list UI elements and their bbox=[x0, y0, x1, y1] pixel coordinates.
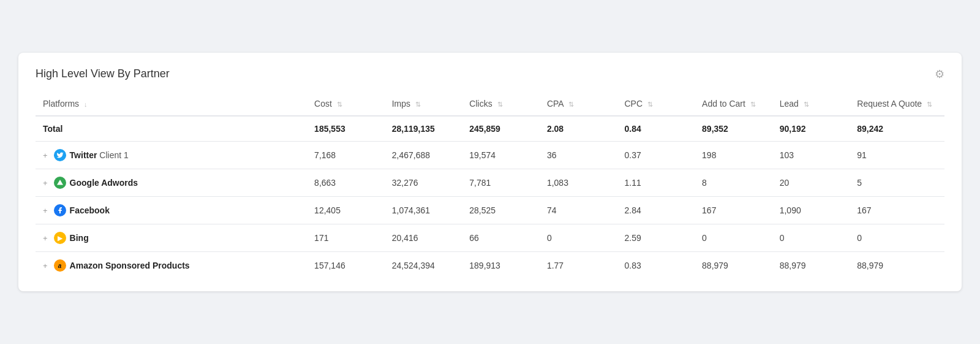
requestaquote-cell-0: 91 bbox=[850, 142, 944, 169]
addtocart-cell-1: 8 bbox=[695, 169, 772, 197]
requestaquote-cell-4: 88,979 bbox=[850, 252, 944, 280]
expand-button-1[interactable]: + bbox=[43, 178, 48, 188]
expand-button-2[interactable]: + bbox=[43, 206, 48, 215]
cpc-cell-1: 1.11 bbox=[617, 169, 695, 197]
total-requestaquote: 89,242 bbox=[850, 116, 944, 142]
total-cpc: 0.84 bbox=[617, 116, 695, 142]
table-row: +Twitter Client 17,1682,467,68819,574360… bbox=[36, 142, 944, 169]
cpa-cell-1: 1,083 bbox=[540, 169, 617, 197]
twitter-icon bbox=[54, 149, 66, 161]
platform-name-0: Twitter Client 1 bbox=[70, 150, 129, 160]
card-header: High Level View By Partner ⚙ bbox=[36, 67, 944, 81]
col-header-cpa[interactable]: CPA ⇅ bbox=[540, 92, 617, 116]
table-row: +Facebook12,4051,074,36128,525742.841671… bbox=[36, 197, 944, 224]
clicks-cell-1: 7,781 bbox=[462, 169, 540, 197]
total-imps: 28,119,135 bbox=[385, 116, 462, 142]
imps-cell-4: 24,524,394 bbox=[385, 252, 462, 280]
col-header-cpc[interactable]: CPC ⇅ bbox=[617, 92, 695, 116]
expand-button-0[interactable]: + bbox=[43, 151, 48, 160]
table-row: +▶Bing17120,4166602.59000 bbox=[36, 224, 944, 252]
sort-icon-cpc: ⇅ bbox=[647, 101, 653, 108]
cpa-cell-4: 1.77 bbox=[540, 252, 617, 280]
col-header-imps[interactable]: Imps ⇅ bbox=[385, 92, 462, 116]
platform-cell-1: +Google Adwords bbox=[36, 169, 307, 197]
cpa-cell-2: 74 bbox=[540, 197, 617, 224]
table-body: Total 185,553 28,119,135 245,859 2.08 0.… bbox=[36, 116, 944, 279]
platform-name-1: Google Adwords bbox=[70, 178, 138, 188]
cost-cell-0: 7,168 bbox=[307, 142, 385, 169]
expand-button-3[interactable]: + bbox=[43, 234, 48, 243]
cpc-cell-4: 0.83 bbox=[617, 252, 695, 280]
card: High Level View By Partner ⚙ Platforms ↓… bbox=[18, 53, 962, 291]
cpc-cell-3: 2.59 bbox=[617, 224, 695, 252]
platform-name-4: Amazon Sponsored Products bbox=[70, 261, 190, 270]
col-header-addtocart[interactable]: Add to Cart ⇅ bbox=[695, 92, 772, 116]
imps-cell-1: 32,276 bbox=[385, 169, 462, 197]
col-header-platforms[interactable]: Platforms ↓ bbox=[36, 92, 307, 116]
gear-icon[interactable]: ⚙ bbox=[935, 67, 944, 81]
card-title: High Level View By Partner bbox=[36, 67, 170, 80]
table-row: +aAmazon Sponsored Products157,14624,524… bbox=[36, 252, 944, 280]
cost-cell-2: 12,405 bbox=[307, 197, 385, 224]
platform-cell-0: +Twitter Client 1 bbox=[36, 142, 307, 169]
clicks-cell-2: 28,525 bbox=[462, 197, 540, 224]
total-lead: 90,192 bbox=[772, 116, 850, 142]
imps-cell-0: 2,467,688 bbox=[385, 142, 462, 169]
clicks-cell-3: 66 bbox=[462, 224, 540, 252]
google-icon bbox=[54, 177, 66, 189]
total-row: Total 185,553 28,119,135 245,859 2.08 0.… bbox=[36, 116, 944, 142]
cpc-cell-0: 0.37 bbox=[617, 142, 695, 169]
platform-sublabel-0: Client 1 bbox=[97, 150, 128, 160]
sort-icon-requestaquote: ⇅ bbox=[927, 101, 932, 108]
total-clicks: 245,859 bbox=[462, 116, 540, 142]
lead-cell-2: 1,090 bbox=[772, 197, 850, 224]
sort-icon-lead: ⇅ bbox=[804, 101, 809, 108]
lead-cell-4: 88,979 bbox=[772, 252, 850, 280]
col-header-lead[interactable]: Lead ⇅ bbox=[772, 92, 850, 116]
clicks-cell-0: 19,574 bbox=[462, 142, 540, 169]
sort-icon-platforms: ↓ bbox=[84, 101, 88, 108]
sort-icon-clicks: ⇅ bbox=[497, 101, 503, 108]
col-header-clicks[interactable]: Clicks ⇅ bbox=[462, 92, 540, 116]
platform-cell-2: +Facebook bbox=[36, 197, 307, 224]
table-row: +Google Adwords8,66332,2767,7811,0831.11… bbox=[36, 169, 944, 197]
total-cpa: 2.08 bbox=[540, 116, 617, 142]
requestaquote-cell-2: 167 bbox=[850, 197, 944, 224]
bing-icon: ▶ bbox=[54, 232, 66, 244]
imps-cell-3: 20,416 bbox=[385, 224, 462, 252]
expand-button-4[interactable]: + bbox=[43, 261, 48, 270]
sort-icon-imps: ⇅ bbox=[415, 101, 421, 108]
total-addtocart: 89,352 bbox=[695, 116, 772, 142]
imps-cell-2: 1,074,361 bbox=[385, 197, 462, 224]
col-header-cost[interactable]: Cost ⇅ bbox=[307, 92, 385, 116]
total-label: Total bbox=[36, 116, 307, 142]
requestaquote-cell-1: 5 bbox=[850, 169, 944, 197]
cpc-cell-2: 2.84 bbox=[617, 197, 695, 224]
lead-cell-0: 103 bbox=[772, 142, 850, 169]
sort-icon-cost: ⇅ bbox=[337, 101, 342, 108]
platform-name-2: Facebook bbox=[70, 205, 110, 215]
requestaquote-cell-3: 0 bbox=[850, 224, 944, 252]
cpa-cell-3: 0 bbox=[540, 224, 617, 252]
sort-icon-addtocart: ⇅ bbox=[750, 101, 756, 108]
addtocart-cell-4: 88,979 bbox=[695, 252, 772, 280]
platform-name-3: Bing bbox=[70, 233, 89, 243]
col-header-requestaquote[interactable]: Request A Quote ⇅ bbox=[850, 92, 944, 116]
clicks-cell-4: 189,913 bbox=[462, 252, 540, 280]
cost-cell-3: 171 bbox=[307, 224, 385, 252]
svg-marker-0 bbox=[57, 180, 63, 185]
table-header: Platforms ↓ Cost ⇅ Imps ⇅ Clicks ⇅ CPA bbox=[36, 92, 944, 116]
header-row: Platforms ↓ Cost ⇅ Imps ⇅ Clicks ⇅ CPA bbox=[36, 92, 944, 116]
sort-icon-cpa: ⇅ bbox=[568, 101, 574, 108]
cpa-cell-0: 36 bbox=[540, 142, 617, 169]
facebook-icon bbox=[54, 204, 66, 216]
cost-cell-4: 157,146 bbox=[307, 252, 385, 280]
lead-cell-3: 0 bbox=[772, 224, 850, 252]
platform-cell-4: +aAmazon Sponsored Products bbox=[36, 252, 307, 280]
main-table: Platforms ↓ Cost ⇅ Imps ⇅ Clicks ⇅ CPA bbox=[36, 92, 944, 279]
addtocart-cell-3: 0 bbox=[695, 224, 772, 252]
platform-cell-3: +▶Bing bbox=[36, 224, 307, 252]
total-cost: 185,553 bbox=[307, 116, 385, 142]
addtocart-cell-0: 198 bbox=[695, 142, 772, 169]
lead-cell-1: 20 bbox=[772, 169, 850, 197]
